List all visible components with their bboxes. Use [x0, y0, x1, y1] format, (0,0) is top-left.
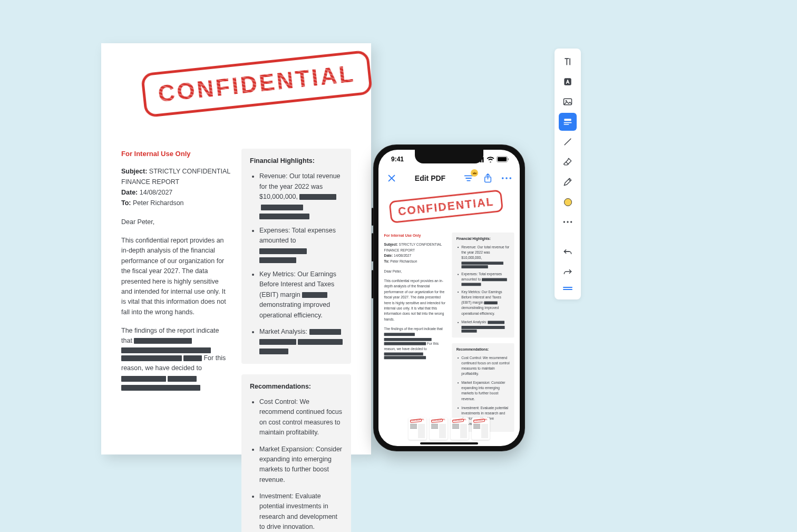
phone-screen: 9:41 Edit PDF	[378, 150, 520, 446]
fin-revenue-mobile: Revenue: Our total revenue for the year …	[461, 245, 509, 260]
redaction-block	[384, 338, 432, 341]
redaction-block	[259, 248, 307, 254]
fin-expenses-item: Expenses: Total expenses amounted to	[259, 226, 343, 263]
page-thumbnail[interactable]: CONFIDENTIAL	[409, 418, 426, 440]
fin-metrics-post: demonstrating improved operational effic…	[259, 301, 330, 318]
more-icon[interactable]	[559, 213, 577, 231]
pen-icon[interactable]	[559, 173, 577, 191]
financial-highlights-heading-mobile: Financial Highlights:	[456, 237, 510, 242]
to-value: Peter Richardson	[133, 199, 184, 207]
svg-point-12	[506, 177, 508, 179]
redaction-block	[461, 283, 481, 286]
doc-right-column: Financial Highlights: Revenue: Our total…	[241, 149, 351, 532]
redaction-block	[302, 292, 327, 298]
subject-label-mobile: Subject:	[384, 243, 398, 246]
redaction-block	[384, 356, 426, 359]
fin-metrics-post-mobile: demonstrating improved operational effic…	[461, 306, 499, 316]
page-thumbnail[interactable]: CONFIDENTIAL	[472, 418, 490, 440]
text-cursor-icon[interactable]	[559, 53, 577, 71]
eraser-icon[interactable]	[559, 153, 577, 171]
redaction-block	[461, 330, 477, 333]
rec-item-1-mobile: Cost Control: We recommend continued foc…	[461, 355, 510, 377]
redaction-block	[309, 329, 341, 335]
redaction-block	[482, 278, 507, 281]
phone-frame: 9:41 Edit PDF	[373, 144, 525, 451]
redaction-block	[259, 214, 309, 219]
rec-item-1: Cost Control: We recommend continued foc…	[259, 397, 343, 438]
phone-document-viewport[interactable]: CONFIDENTIAL For Internal Use Only Subje…	[378, 188, 520, 446]
redaction-block	[484, 301, 497, 304]
thumb-stamp: CONFIDENTIAL	[431, 419, 443, 423]
svg-rect-6	[508, 158, 509, 160]
close-button[interactable]	[386, 172, 397, 184]
thumb-stamp: CONFIDENTIAL	[452, 419, 464, 423]
fin-market-item: Market Analysis:	[259, 327, 343, 354]
redaction-block	[461, 265, 488, 268]
home-indicator[interactable]	[420, 442, 478, 444]
to-label-mobile: To:	[384, 259, 390, 263]
confidential-stamp: CONFIDENTIAL	[141, 50, 373, 118]
recommendations-heading: Recommendations:	[250, 382, 343, 392]
desktop-document: CONFIDENTIAL For Internal Use Only Subje…	[101, 43, 371, 454]
redo-icon[interactable]	[559, 263, 577, 280]
drag-handle-icon[interactable]	[559, 283, 577, 294]
svg-point-23	[563, 221, 565, 223]
redaction-block	[384, 342, 426, 345]
svg-point-11	[502, 177, 504, 179]
to-label: To:	[121, 199, 131, 207]
redaction-block	[183, 355, 202, 361]
doc-left-column: For Internal Use Only Subject: STRICTLY …	[121, 149, 231, 532]
thumb-stamp: CONFIDENTIAL	[410, 419, 422, 423]
share-button[interactable]	[482, 172, 493, 184]
svg-point-24	[567, 221, 568, 223]
svg-point-16	[566, 100, 567, 102]
to-value-mobile: Peter Richardson	[390, 259, 417, 263]
date-label-mobile: Date:	[384, 254, 393, 257]
undo-icon[interactable]	[559, 243, 577, 260]
fin-expenses-text: Expenses: Total expenses amounted to	[259, 227, 336, 244]
redaction-block	[298, 339, 343, 345]
doc-meta: Subject: STRICTLY CONFIDENTIAL FINANCE R…	[121, 167, 231, 209]
filter-button[interactable]	[463, 172, 474, 184]
more-button[interactable]	[501, 172, 512, 184]
fin-metrics-item: Key Metrics: Our Earnings Before Interes…	[259, 269, 343, 321]
svg-rect-17	[564, 119, 571, 121]
redact-icon[interactable]	[559, 113, 577, 131]
phone-notch	[415, 150, 483, 163]
line-icon[interactable]	[559, 133, 577, 151]
redaction-block	[461, 262, 503, 265]
wifi-icon	[487, 157, 494, 162]
svg-line-21	[566, 162, 569, 165]
recommendations-panel: Recommendations: Cost Control: We recomm…	[241, 374, 351, 532]
intro-paragraph-mobile: This confidential report provides an in-…	[384, 279, 446, 322]
redaction-block	[121, 385, 200, 391]
redaction-block	[168, 376, 197, 382]
stamp-area: CONFIDENTIAL	[121, 62, 351, 149]
redaction-block	[121, 376, 166, 382]
page-thumbnail[interactable]: CONFIDENTIAL	[430, 418, 448, 440]
redaction-block	[134, 338, 192, 344]
date-value: 14/08/2027	[140, 189, 173, 196]
fin-revenue-item: Revenue: Our total revenue for the year …	[259, 171, 343, 219]
page-thumbnail[interactable]: CONFIDENTIAL	[451, 418, 469, 440]
fin-market-mobile: Market Analysis:	[461, 321, 487, 324]
findings-paragraph-mobile: The findings of the report indicate that…	[384, 326, 446, 359]
confidential-stamp-mobile: CONFIDENTIAL	[389, 190, 503, 224]
color-icon[interactable]	[559, 193, 577, 211]
image-icon[interactable]	[559, 93, 577, 111]
redaction-block	[299, 194, 336, 200]
findings-paragraph: The findings of the report indicate that…	[121, 326, 231, 391]
financial-highlights-heading: Financial Highlights:	[250, 156, 343, 166]
battery-icon	[497, 156, 509, 162]
highlight-text-icon[interactable]	[559, 73, 577, 91]
redaction-block	[259, 339, 296, 345]
salutation-mobile: Dear Peter,	[384, 269, 446, 274]
redaction-block	[488, 321, 504, 324]
editor-toolbar	[555, 49, 581, 299]
redaction-block	[259, 349, 288, 354]
redaction-block	[384, 333, 415, 336]
redaction-block	[121, 347, 211, 353]
rec-item-2-mobile: Market Expansion: Consider expanding int…	[461, 380, 510, 402]
date-value-mobile: 14/08/2027	[394, 254, 411, 257]
nav-bar: Edit PDF	[378, 169, 520, 188]
